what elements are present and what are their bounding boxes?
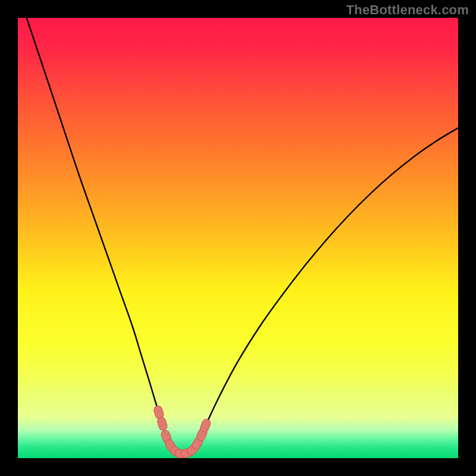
chart-frame: TheBottleneck.com <box>0 0 476 476</box>
bottleneck-curve <box>27 18 458 455</box>
plot-inner <box>18 18 458 458</box>
curve-layer <box>18 18 458 458</box>
plot-area <box>18 18 458 458</box>
curve-markers <box>153 405 212 458</box>
watermark-text: TheBottleneck.com <box>346 2 469 18</box>
